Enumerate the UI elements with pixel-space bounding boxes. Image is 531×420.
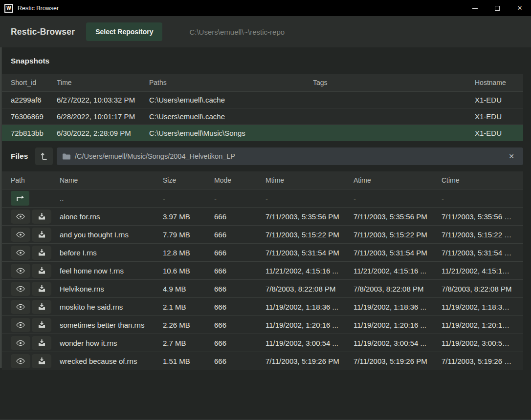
app-icon: W [4, 4, 13, 13]
download-file-button[interactable] [32, 246, 51, 260]
parent-directory-row: ..----- [2, 189, 523, 207]
file-row: feel home now !.rns10.6 MB66611/21/2002,… [2, 261, 523, 279]
file-ctime: 7/11/2003, 5:35:56 PM [442, 212, 517, 221]
snapshot-row[interactable]: 763068696/28/2022, 10:01:17 PMC:\Users\e… [2, 108, 523, 125]
go-parent-arrow-icon [16, 195, 24, 202]
scrollbar-thumb[interactable] [0, 47, 1, 368]
download-icon [38, 249, 45, 256]
current-path-field[interactable]: /C/Users/emuell/Music/Songs/2004_Helveti… [57, 147, 523, 165]
download-file-button[interactable] [32, 318, 51, 332]
column-header-path: Path [11, 176, 60, 184]
maximize-button[interactable] [486, 0, 509, 16]
snapshots-table-header: Short_id Time Paths Tags Hostname [2, 74, 523, 91]
file-mtime: 11/19/2002, 1:18:36 ... [266, 303, 354, 311]
file-size: - [163, 194, 214, 203]
file-actions [11, 228, 60, 242]
file-row: wrecked because of.rns1.51 MB6667/11/200… [2, 352, 523, 370]
download-file-button[interactable] [32, 264, 51, 278]
minimize-button[interactable] [464, 0, 486, 16]
download-icon [38, 339, 45, 346]
file-row: sometimes better than.rns2.26 MB66611/19… [2, 315, 523, 334]
view-file-button[interactable] [11, 264, 30, 278]
download-file-button[interactable] [32, 282, 51, 296]
file-row: wonder how it.rns2.7 MB66611/19/2002, 3:… [2, 334, 523, 352]
close-button[interactable]: ✕ [509, 0, 531, 16]
view-file-button[interactable] [11, 246, 30, 260]
file-mtime: 7/8/2003, 8:22:08 PM [266, 285, 354, 293]
file-mtime: - [266, 194, 354, 203]
snapshot-time: 6/28/2022, 10:01:17 PM [57, 112, 149, 121]
download-file-button[interactable] [32, 336, 51, 350]
file-atime: 7/11/2003, 5:31:54 PM [354, 249, 442, 257]
snapshot-hostname: X1-EDU [475, 112, 517, 121]
view-file-button[interactable] [11, 354, 30, 368]
file-row: alone for.rns3.97 MB6667/11/2003, 5:35:5… [2, 207, 523, 225]
snapshot-paths: C:\Users\emuell\.cache [149, 112, 313, 121]
file-name: wrecked because of.rns [60, 357, 163, 365]
files-section-title: Files [11, 152, 31, 161]
download-file-button[interactable] [32, 210, 51, 224]
main-content: Snapshots Short_id Time Paths Tags Hostn… [0, 47, 531, 420]
app-window: W Restic Browser ✕ Restic-Browser Select… [0, 0, 531, 420]
view-file-button[interactable] [11, 228, 30, 242]
eye-icon [16, 286, 25, 292]
download-file-button[interactable] [32, 354, 51, 368]
go-parent-directory-button[interactable] [11, 191, 29, 206]
snapshot-time: 6/27/2022, 10:03:32 PM [57, 96, 149, 104]
window-title: Restic Browser [18, 5, 59, 12]
download-icon [38, 303, 45, 310]
file-mtime: 11/19/2002, 1:20:16 ... [266, 321, 354, 329]
file-row: moskito he said.rns2.1 MB66611/19/2002, … [2, 297, 523, 315]
snapshot-short-id: a2299af6 [11, 96, 57, 104]
file-mtime: 7/11/2003, 5:19:26 PM [266, 357, 354, 365]
file-name: wonder how it.rns [60, 339, 163, 347]
titlebar-left: W Restic Browser [0, 4, 59, 13]
clear-path-button[interactable]: ✕ [506, 151, 517, 161]
files-table: Path Name Size Mode Mtime Atime Ctime ..… [2, 171, 523, 370]
file-actions [11, 246, 60, 260]
column-header-mode: Mode [214, 176, 266, 184]
view-file-button[interactable] [11, 300, 30, 314]
snapshot-time: 6/30/2022, 2:28:09 PM [57, 129, 149, 137]
repository-path: C:\Users\emuell\~\restic-repo [189, 28, 285, 36]
snapshot-hostname: X1-EDU [475, 129, 517, 137]
titlebar[interactable]: W Restic Browser ✕ [0, 0, 531, 16]
column-header-size: Size [163, 176, 214, 184]
view-file-button[interactable] [11, 336, 30, 350]
eye-icon [16, 340, 25, 346]
snapshot-paths: C:\Users\emuell\.cache [149, 96, 313, 104]
file-atime: 11/19/2002, 3:00:54 ... [354, 339, 442, 347]
file-atime: 11/21/2002, 4:15:16 ... [354, 267, 442, 275]
current-path-text: /C/Users/emuell/Music/Songs/2004_Helveti… [75, 152, 501, 160]
file-ctime: 11/19/2002, 3:00:54 ... [442, 339, 517, 347]
snapshot-row[interactable]: a2299af66/27/2022, 10:03:32 PMC:\Users\e… [2, 91, 523, 108]
file-mtime: 7/11/2003, 5:35:56 PM [266, 212, 354, 221]
file-size: 10.6 MB [163, 267, 214, 275]
eye-icon [16, 213, 25, 220]
file-name: feel home now !.rns [60, 267, 163, 275]
file-mode: 666 [214, 321, 266, 329]
file-ctime: 7/11/2003, 5:19:26 PM [442, 357, 517, 365]
file-actions [11, 210, 60, 224]
view-file-button[interactable] [11, 318, 30, 332]
column-header-name: Name [60, 176, 163, 184]
column-header-paths: Paths [149, 79, 313, 86]
file-name: and you thought I.rns [60, 231, 163, 239]
view-file-button[interactable] [11, 282, 30, 296]
download-file-button[interactable] [32, 300, 51, 314]
file-mtime: 7/11/2003, 5:15:22 PM [266, 231, 354, 239]
file-atime: - [354, 194, 442, 203]
file-row: Helvikone.rns4.9 MB6667/8/2003, 8:22:08 … [2, 279, 523, 297]
snapshot-row[interactable]: 72b813bb6/30/2022, 2:28:09 PMC:\Users\em… [2, 125, 523, 141]
close-icon: ✕ [517, 4, 523, 12]
select-repository-button[interactable]: Select Repository [86, 22, 162, 41]
file-row: before I.rns12.8 MB6667/11/2003, 5:31:54… [2, 243, 523, 261]
download-file-button[interactable] [32, 228, 51, 242]
minimize-icon [472, 8, 478, 9]
files-table-header: Path Name Size Mode Mtime Atime Ctime [2, 171, 523, 189]
file-mode: 666 [214, 285, 266, 293]
view-file-button[interactable] [11, 210, 30, 224]
file-atime: 11/19/2002, 1:20:16 ... [354, 321, 442, 329]
up-one-level-button[interactable] [35, 147, 53, 165]
files-bar: Files /C/Users/emuell/Music/Songs/2004_H… [2, 147, 523, 165]
